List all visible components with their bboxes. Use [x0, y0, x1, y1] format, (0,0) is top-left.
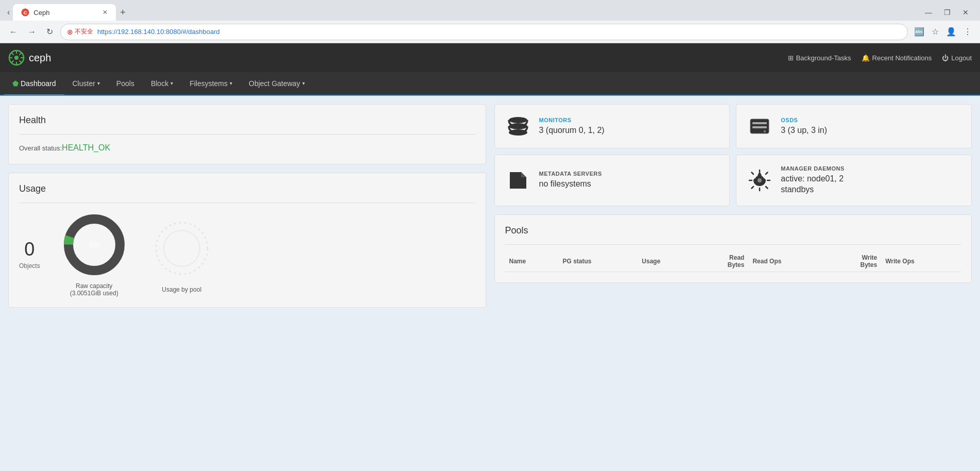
- divider: [19, 134, 475, 134]
- health-status-value: HEALTH_OK: [62, 143, 110, 152]
- pools-card: Pools Name PG status Usage ReadBytes Rea…: [494, 214, 972, 283]
- col-name: Name: [505, 251, 559, 272]
- nav-object-gateway[interactable]: Object Gateway ▾: [240, 72, 313, 96]
- tab-history-back[interactable]: ‹: [4, 7, 13, 18]
- browser-chrome: ‹ C Ceph ✕ + — ❐ ✕ ← → ↻ ⊗ 不安全: [0, 0, 980, 43]
- osds-value: 3 (3 up, 3 in): [781, 125, 961, 136]
- donut-chart: 5%: [61, 211, 128, 278]
- usage-by-pool-chart: [148, 215, 215, 282]
- monitors-icon: [505, 115, 531, 138]
- svg-point-24: [758, 178, 762, 182]
- notifications-label: Recent Notifications: [872, 54, 932, 62]
- nav-cluster[interactable]: Cluster ▾: [64, 72, 108, 96]
- objects-label: Objects: [19, 262, 40, 270]
- translate-button[interactable]: 🔤: [912, 25, 926, 39]
- background-tasks-label: Background-Tasks: [796, 54, 851, 62]
- new-tab-button[interactable]: +: [116, 5, 130, 20]
- col-pg-status: PG status: [558, 251, 638, 272]
- status-cards-grid: MONITORS 3 (quorum 0, 1, 2): [494, 104, 972, 206]
- nav-filesystems[interactable]: Filesystems ▾: [181, 72, 240, 96]
- background-tasks-link[interactable]: ⊞ Background-Tasks: [788, 54, 851, 62]
- nav-pools-label: Pools: [116, 79, 134, 88]
- osds-icon: [747, 115, 772, 138]
- browser-actions: 🔤 ☆ 👤 ⋮: [912, 25, 974, 39]
- pools-table: Name PG status Usage ReadBytes Read Ops …: [505, 251, 961, 272]
- tab-title: Ceph: [33, 9, 49, 16]
- monitors-info: MONITORS 3 (quorum 0, 1, 2): [539, 117, 719, 136]
- nav-pools[interactable]: Pools: [108, 72, 143, 96]
- maximize-button[interactable]: ❐: [941, 6, 953, 19]
- nav-block[interactable]: Block ▾: [143, 72, 181, 96]
- logout-link[interactable]: ⏻ Logout: [942, 54, 972, 62]
- bell-icon: 🔔: [862, 54, 870, 62]
- col-read-bytes: ReadBytes: [695, 251, 748, 272]
- security-label: 不安全: [75, 27, 93, 36]
- pools-title: Pools: [505, 225, 961, 236]
- minimize-button[interactable]: —: [922, 6, 935, 19]
- nav-dashboard[interactable]: ⬟ Dashboard: [4, 72, 64, 96]
- health-card: Health Overall status:HEALTH_OK: [8, 104, 486, 164]
- forward-button[interactable]: →: [25, 25, 39, 39]
- app-nav: ⬟ Dashboard Cluster ▾ Pools Block ▾ File…: [0, 72, 980, 96]
- footer-watermark: CSDN @Martin_wjc: [0, 469, 980, 471]
- svg-point-3: [14, 56, 19, 60]
- svg-point-18: [509, 129, 527, 136]
- profile-button[interactable]: 👤: [944, 25, 958, 39]
- usage-content: 0 Objects 5%: [19, 211, 475, 297]
- notifications-link[interactable]: 🔔 Recent Notifications: [862, 54, 932, 62]
- osds-card: OSDS 3 (3 up, 3 in): [736, 104, 972, 148]
- app-header: ceph ⊞ Background-Tasks 🔔 Recent Notific…: [0, 43, 980, 72]
- bookmark-button[interactable]: ☆: [930, 25, 941, 39]
- filesystems-dropdown-icon: ▾: [230, 80, 232, 86]
- logout-label: Logout: [951, 54, 972, 62]
- monitors-label: MONITORS: [539, 117, 719, 123]
- main-content: Health Overall status:HEALTH_OK Usage 0 …: [0, 96, 980, 469]
- tasks-icon: ⊞: [788, 54, 794, 62]
- menu-button[interactable]: ⋮: [961, 25, 974, 39]
- donut-chart-container: 5% Raw capacity (3.0051GiB used): [61, 211, 128, 297]
- pools-header-row: Name PG status Usage ReadBytes Read Ops …: [505, 251, 961, 272]
- address-bar[interactable]: ⊗ 不安全 https://192.168.140.10:8080/#/dash…: [60, 24, 908, 40]
- svg-line-8: [11, 53, 13, 55]
- active-tab[interactable]: C Ceph ✕: [13, 4, 116, 21]
- osds-info: OSDS 3 (3 up, 3 in): [781, 117, 961, 136]
- osds-label: OSDS: [781, 117, 961, 123]
- logout-icon: ⏻: [942, 54, 949, 62]
- objects-counter: 0 Objects: [19, 239, 40, 270]
- browser-nav: ← → ↻ ⊗ 不安全 https://192.168.140.10:8080/…: [0, 21, 980, 43]
- manager-icon: [747, 169, 772, 192]
- security-indicator: ⊗ 不安全: [67, 27, 93, 36]
- health-title: Health: [19, 115, 475, 126]
- nav-block-label: Block: [151, 79, 168, 88]
- svg-point-16: [509, 117, 527, 123]
- col-usage: Usage: [638, 251, 695, 272]
- nav-filesystems-label: Filesystems: [190, 79, 228, 88]
- metadata-servers-info: METADATA SERVERS no filesystems: [539, 171, 719, 190]
- metadata-servers-value: no filesystems: [539, 179, 719, 190]
- metadata-servers-card: METADATA SERVERS no filesystems: [494, 155, 730, 206]
- header-actions: ⊞ Background-Tasks 🔔 Recent Notification…: [788, 54, 972, 62]
- col-read-ops: Read Ops: [748, 251, 828, 272]
- manager-daemons-card: MANAGER DAEMONS active: node01, 2standby…: [736, 155, 972, 206]
- manager-daemons-value: active: node01, 2standbys: [781, 174, 961, 195]
- close-window-button[interactable]: ✕: [959, 6, 972, 19]
- reload-button[interactable]: ↻: [43, 25, 56, 39]
- health-status: Overall status:HEALTH_OK: [19, 143, 475, 154]
- back-button[interactable]: ←: [6, 25, 21, 39]
- app-name: ceph: [29, 52, 51, 64]
- dashboard-icon: ⬟: [12, 79, 19, 88]
- monitors-value: 3 (quorum 0, 1, 2): [539, 125, 719, 136]
- svg-rect-22: [752, 126, 767, 128]
- svg-text:C: C: [24, 10, 27, 15]
- tab-close-button[interactable]: ✕: [102, 9, 108, 16]
- svg-line-10: [20, 53, 22, 55]
- ceph-logo-icon: [8, 49, 25, 66]
- object-gateway-dropdown-icon: ▾: [302, 80, 305, 86]
- usage-by-pool: Usage by pool: [148, 215, 215, 293]
- app-logo: ceph: [8, 49, 51, 66]
- tab-favicon: C: [21, 8, 29, 16]
- donut-percent-text: 5%: [89, 241, 99, 249]
- metadata-servers-label: METADATA SERVERS: [539, 171, 719, 177]
- svg-point-15: [164, 230, 200, 266]
- col-write-ops: Write Ops: [881, 251, 961, 272]
